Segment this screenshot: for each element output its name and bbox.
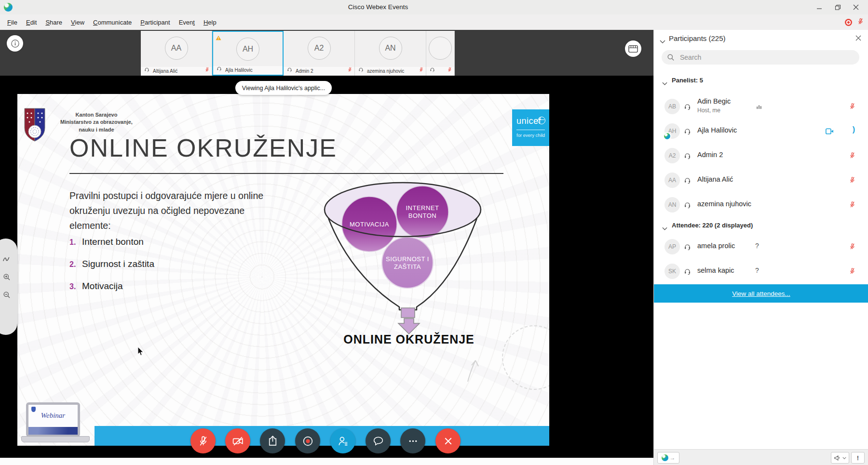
search-input[interactable] [679, 51, 854, 64]
participant-row[interactable]: AH Ajla Halilovic ) [654, 119, 868, 144]
headset-icon [217, 65, 222, 73]
funnel-label: SIGURNOST I [386, 255, 429, 263]
megaphone-icon [834, 454, 841, 462]
slide-title: ONLINE OKRUŽENJE [69, 133, 337, 162]
pen-annotate-button[interactable] [1, 253, 13, 265]
record-button[interactable] [295, 428, 320, 453]
video-thumbnail[interactable]: AH Ajla Halilovic [212, 31, 284, 76]
avatar: AH [665, 123, 680, 139]
list-item: 2.Sigurnost i zaštita [69, 259, 272, 269]
participant-row[interactable]: AP amela prolic ? ) [654, 235, 868, 259]
search-box[interactable] [662, 50, 859, 65]
more-options-button[interactable] [400, 428, 425, 453]
mic-muted-icon [849, 243, 856, 252]
participant-name: Ajla Halilovic [697, 126, 737, 134]
participant-row[interactable]: AA Altijana Alić ) [654, 168, 868, 193]
participant-name: Ajla Halilovic [225, 67, 253, 73]
camera-on-icon [826, 128, 834, 136]
headset-icon [358, 66, 364, 74]
menu-item[interactable]: Edit [22, 17, 41, 28]
participant-row[interactable]: A2 Admin 2 ) [654, 144, 868, 168]
avatar: AN [379, 37, 402, 60]
avatar: AA [165, 37, 188, 60]
unicef-tagline: for every child [516, 133, 545, 138]
mic-muted-icon [849, 176, 856, 186]
video-layout-button[interactable] [625, 40, 641, 57]
mouse-cursor [137, 347, 145, 357]
search-icon [667, 53, 675, 61]
start-video-button[interactable] [225, 428, 250, 453]
participant-name: selma kapic [697, 266, 734, 274]
mic-muted-icon [204, 66, 210, 74]
avatar: AN [665, 197, 680, 213]
participant-row[interactable]: SK selma kapic ? ) [654, 259, 868, 284]
participant-row[interactable]: AB Adin Begic Host, me ) [654, 94, 868, 119]
unicef-globe-icon [538, 117, 545, 124]
unicef-logo: unicef for every child [512, 109, 549, 146]
attendee-section-header[interactable]: Attendee: 220 (2 displayed) [654, 222, 868, 232]
shared-slide: Kanton Sarajevo Ministarstvo za obrazova… [17, 94, 549, 446]
slide-footer-bar [95, 426, 549, 446]
announcement-dropdown-button[interactable] [831, 452, 849, 464]
mic-muted-icon [447, 66, 452, 74]
avatar: AH [236, 38, 259, 61]
chevron-down-icon [662, 224, 667, 232]
video-thumbnail[interactable] [426, 31, 455, 76]
headset-icon [684, 128, 691, 137]
video-thumbnail[interactable]: AA Altijana Alić [141, 31, 212, 76]
mute-button[interactable] [190, 428, 216, 453]
close-window-button[interactable] [847, 0, 865, 14]
funnel-label: MOTIVACIJA [350, 221, 389, 228]
mic-muted-icon [849, 103, 856, 112]
zoom-out-button[interactable] [1, 289, 13, 301]
window-title: Cisco Webex Events [0, 3, 756, 11]
minimize-button[interactable] [810, 0, 828, 14]
menu-item[interactable]: Event [175, 17, 199, 28]
webex-ball-icon [662, 454, 668, 461]
menu-item[interactable]: Share [41, 17, 67, 28]
mic-muted-icon [849, 152, 856, 161]
share-screen-button[interactable] [260, 428, 285, 453]
headset-icon [684, 103, 691, 112]
restore-button[interactable] [828, 0, 847, 14]
list-item: 1.Internet bonton [69, 237, 272, 247]
alert-button[interactable]: ! [851, 452, 865, 464]
mic-muted-icon [857, 18, 864, 27]
speaking-indicator-icon: ) [853, 125, 855, 134]
menu-item[interactable]: Communicate [89, 17, 136, 28]
menu-item[interactable]: Help [199, 17, 221, 28]
sketch-arrow [461, 357, 485, 385]
avatar [429, 37, 452, 60]
info-button[interactable] [7, 35, 23, 52]
video-strip: AA Altijana Alić AH Ajla Halilovic [0, 30, 653, 76]
menu-item[interactable]: View [67, 17, 89, 28]
video-thumbnail[interactable]: AN azemina njuhovic [355, 31, 426, 76]
panelist-section-header[interactable]: Panelist: 5 [654, 77, 868, 87]
question-mark: ? [755, 266, 759, 274]
zoom-in-button[interactable] [1, 271, 13, 283]
presence-webex-icon [663, 132, 671, 140]
headset-icon [287, 66, 292, 74]
question-mark: ? [755, 242, 759, 250]
view-all-attendees-button[interactable]: View all attendees... [654, 284, 868, 303]
leave-meeting-button[interactable] [435, 428, 461, 453]
headset-icon [684, 243, 691, 252]
chat-button[interactable] [366, 428, 391, 453]
participant-name: Altijana Alić [153, 68, 177, 74]
chevron-down-icon[interactable] [660, 37, 665, 45]
menu-item[interactable]: File [3, 17, 22, 28]
close-panel-button[interactable] [855, 34, 861, 42]
warning-icon [216, 34, 221, 42]
participant-row[interactable]: AN azemina njuhovic ) [654, 193, 868, 217]
panel-title: Participants (225) [669, 34, 726, 42]
menu-item[interactable]: Participant [136, 17, 174, 28]
video-thumbnail[interactable]: A2 Admin 2 [284, 31, 355, 76]
participants-button[interactable] [330, 428, 355, 453]
headset-icon [684, 268, 691, 277]
webex-quick-launch-button[interactable]: → [657, 452, 679, 464]
thumbnail-name-bar: Ajla Halilovic [213, 66, 283, 75]
thumbnail-name-bar: Admin 2 [284, 67, 354, 76]
participant-role: Host, me [697, 107, 720, 114]
thumbnail-name-bar: azemina njuhovic [355, 67, 426, 76]
panel-status-bar: → ! [654, 449, 868, 465]
